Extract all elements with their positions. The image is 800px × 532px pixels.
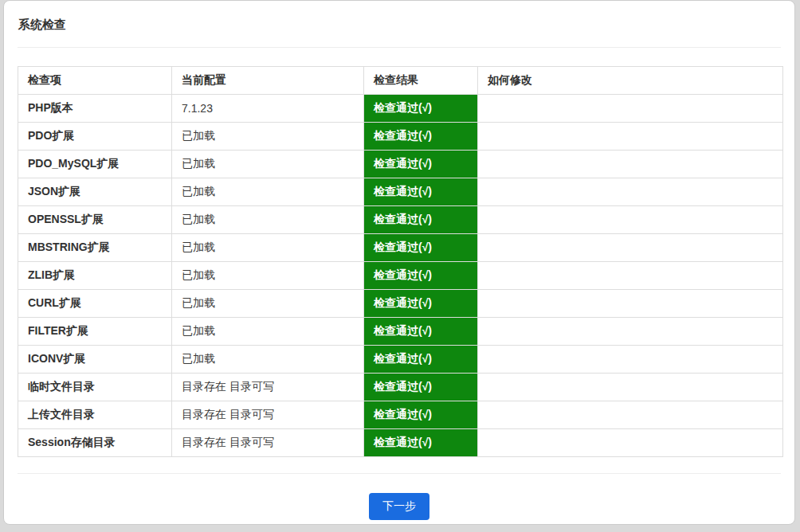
- config-cell: 目录存在 目录可写: [172, 429, 364, 457]
- section-divider: [18, 473, 781, 474]
- fix-cell: [478, 178, 783, 206]
- table-row: 上传文件目录 目录存在 目录可写 检查通过(√): [18, 401, 783, 429]
- table-row: ICONV扩展 已加载 检查通过(√): [18, 346, 783, 374]
- table-row: CURL扩展 已加载 检查通过(√): [18, 290, 783, 318]
- header-how-to-fix: 如何修改: [478, 67, 783, 95]
- fix-cell: [478, 401, 783, 429]
- status-pass-badge: 检查通过(√): [364, 95, 478, 123]
- config-cell: 目录存在 目录可写: [172, 374, 364, 401]
- page-title: 系统检查: [18, 18, 781, 33]
- fix-cell: [478, 346, 783, 374]
- fix-cell: [478, 318, 783, 346]
- next-step-button[interactable]: 下一步: [369, 493, 429, 520]
- check-item-cell: JSON扩展: [18, 178, 172, 206]
- fix-cell: [478, 429, 783, 457]
- check-item-cell: 上传文件目录: [18, 401, 172, 429]
- status-pass-badge: 检查通过(√): [364, 206, 478, 234]
- status-pass-badge: 检查通过(√): [364, 401, 478, 429]
- fix-cell: [478, 374, 783, 401]
- check-item-cell: PDO扩展: [18, 123, 172, 151]
- check-item-cell: PHP版本: [18, 95, 172, 123]
- config-cell: 已加载: [172, 123, 364, 151]
- table-row: PDO扩展 已加载 检查通过(√): [18, 123, 783, 151]
- table-row: Session存储目录 目录存在 目录可写 检查通过(√): [18, 429, 783, 457]
- header-current-config: 当前配置: [172, 67, 364, 95]
- check-item-cell: OPENSSL扩展: [18, 206, 172, 234]
- fix-cell: [478, 151, 783, 178]
- config-cell: 已加载: [172, 346, 364, 374]
- config-cell: 已加载: [172, 206, 364, 234]
- config-cell: 已加载: [172, 318, 364, 346]
- check-item-cell: ZLIB扩展: [18, 262, 172, 290]
- config-cell: 目录存在 目录可写: [172, 401, 364, 429]
- status-pass-badge: 检查通过(√): [364, 346, 478, 374]
- config-cell: 7.1.23: [172, 95, 364, 123]
- status-pass-badge: 检查通过(√): [364, 178, 478, 206]
- fix-cell: [478, 290, 783, 318]
- check-item-cell: PDO_MySQL扩展: [18, 151, 172, 178]
- system-check-table: 检查项 当前配置 检查结果 如何修改 PHP版本 7.1.23 检查通过(√) …: [18, 66, 783, 457]
- system-check-card: 系统检查 检查项 当前配置 检查结果 如何修改 PHP版本 7.1.23 检查通…: [3, 0, 795, 525]
- fix-cell: [478, 206, 783, 234]
- table-row: PDO_MySQL扩展 已加载 检查通过(√): [18, 151, 783, 178]
- table-row: PHP版本 7.1.23 检查通过(√): [18, 95, 783, 123]
- status-pass-badge: 检查通过(√): [364, 262, 478, 290]
- status-pass-badge: 检查通过(√): [364, 290, 478, 318]
- config-cell: 已加载: [172, 178, 364, 206]
- fix-cell: [478, 234, 783, 262]
- table-row: MBSTRING扩展 已加载 检查通过(√): [18, 234, 783, 262]
- check-item-cell: FILTER扩展: [18, 318, 172, 346]
- fix-cell: [478, 262, 783, 290]
- header-check-item: 检查项: [18, 67, 172, 95]
- status-pass-badge: 检查通过(√): [364, 151, 478, 178]
- table-row: FILTER扩展 已加载 检查通过(√): [18, 318, 783, 346]
- fix-cell: [478, 123, 783, 151]
- title-divider: [18, 47, 781, 48]
- check-item-cell: 临时文件目录: [18, 374, 172, 401]
- table-row: 临时文件目录 目录存在 目录可写 检查通过(√): [18, 374, 783, 401]
- table-row: OPENSSL扩展 已加载 检查通过(√): [18, 206, 783, 234]
- config-cell: 已加载: [172, 151, 364, 178]
- config-cell: 已加载: [172, 290, 364, 318]
- fix-cell: [478, 95, 783, 123]
- status-pass-badge: 检查通过(√): [364, 318, 478, 346]
- table-header-row: 检查项 当前配置 检查结果 如何修改: [18, 67, 783, 95]
- status-pass-badge: 检查通过(√): [364, 374, 478, 401]
- status-pass-badge: 检查通过(√): [364, 234, 478, 262]
- button-row: 下一步: [18, 493, 781, 520]
- check-item-cell: Session存储目录: [18, 429, 172, 457]
- table-row: ZLIB扩展 已加载 检查通过(√): [18, 262, 783, 290]
- table-row: JSON扩展 已加载 检查通过(√): [18, 178, 783, 206]
- check-item-cell: ICONV扩展: [18, 346, 172, 374]
- status-pass-badge: 检查通过(√): [364, 429, 478, 457]
- header-check-result: 检查结果: [364, 67, 478, 95]
- config-cell: 已加载: [172, 234, 364, 262]
- check-item-cell: CURL扩展: [18, 290, 172, 318]
- config-cell: 已加载: [172, 262, 364, 290]
- status-pass-badge: 检查通过(√): [364, 123, 478, 151]
- check-item-cell: MBSTRING扩展: [18, 234, 172, 262]
